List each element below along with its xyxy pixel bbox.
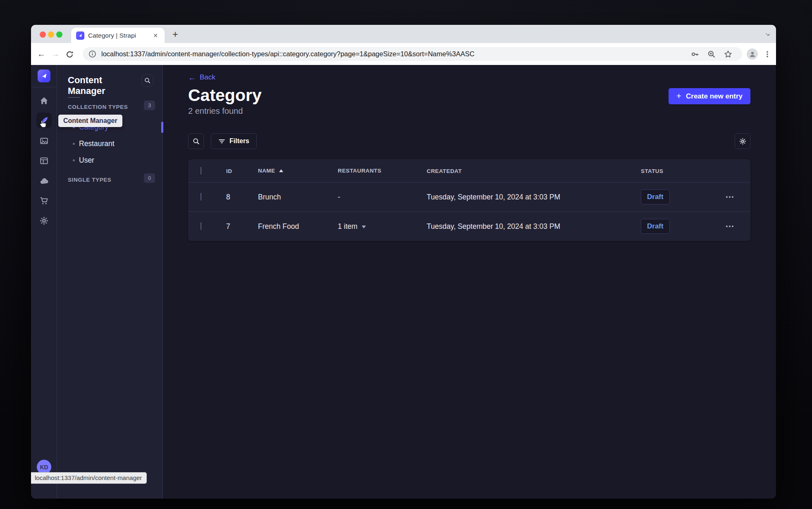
password-key-icon[interactable] (691, 50, 699, 58)
subnav-divider (68, 97, 80, 98)
close-window-button[interactable] (40, 31, 46, 38)
desktop: { "colors": { "brand_primary": "#4945ff"… (0, 0, 812, 509)
gear-icon (739, 138, 746, 145)
collection-nav-label: Restaurant (79, 139, 115, 148)
strapi-logo[interactable] (38, 70, 50, 82)
filter-icon (218, 138, 225, 145)
cell-restaurants: 1 item (338, 222, 358, 231)
collection-nav-item[interactable]: Restaurant (57, 135, 162, 152)
cursor-hand-icon (38, 120, 48, 130)
cart-icon (40, 197, 48, 205)
nav-tooltip: Content Manager (58, 115, 122, 127)
rail-item-home[interactable] (36, 93, 52, 108)
browser-profile-icon[interactable] (747, 48, 758, 60)
cell-name: Brunch (258, 193, 281, 202)
filters-label: Filters (229, 137, 249, 145)
url-text: localhost:1337/admin/content-manager/col… (101, 50, 691, 58)
cell-id: 7 (226, 222, 230, 230)
rail-item-marketplace[interactable] (36, 173, 52, 189)
tab-close-icon[interactable]: ✕ (151, 31, 160, 40)
status-badge: Draft (641, 190, 670, 204)
search-icon (144, 77, 150, 84)
rail-item-settings[interactable] (36, 213, 52, 228)
collection-nav-label: User (79, 156, 94, 165)
forward-button[interactable]: → (48, 49, 62, 59)
strapi-app: KD Content Manager COLLECTION TYPES 3 Ca… (31, 65, 776, 499)
content-type-builder-icon (40, 156, 48, 165)
single-types-count-badge: 0 (144, 173, 155, 183)
list-search-button[interactable] (188, 133, 204, 149)
cloud-icon (40, 177, 49, 186)
content-manager-subnav: Content Manager COLLECTION TYPES 3 Categ… (57, 65, 163, 499)
subnav-title: Content Manager (68, 75, 138, 96)
media-library-icon (40, 137, 48, 145)
collection-nav-item[interactable]: User (57, 152, 162, 168)
table-header-row: ID NAME RESTAURANTS CREATEDAT STATUS (188, 159, 750, 182)
column-header-restaurants: RESTAURANTS (338, 168, 381, 174)
site-info-icon[interactable] (88, 50, 96, 58)
browser-menu-icon[interactable] (764, 50, 771, 58)
minimize-window-button[interactable] (48, 31, 54, 38)
row-more-button[interactable] (724, 223, 736, 230)
rail-item-media-library[interactable] (36, 133, 52, 149)
main-content: ← Back Category 2 entries found + Create… (163, 65, 776, 499)
back-link[interactable]: ← Back (188, 73, 215, 82)
search-icon (193, 138, 200, 145)
items-caret-icon[interactable] (362, 226, 366, 228)
subnav-search-button[interactable] (141, 74, 153, 86)
status-badge: Draft (641, 219, 670, 234)
entries-table: ID NAME RESTAURANTS CREATEDAT STATUS 8 B… (188, 159, 750, 241)
nav-rail: KD (31, 65, 57, 499)
new-tab-button[interactable]: + (169, 29, 182, 40)
tab-search-chevron-icon[interactable] (765, 32, 770, 35)
link-preview-bubble: localhost:1337/admin/content-manager (31, 472, 147, 484)
gear-icon (40, 216, 48, 225)
plus-icon: + (676, 91, 681, 100)
column-header-status: STATUS (641, 168, 663, 174)
row-more-button[interactable] (724, 194, 736, 200)
filters-button[interactable]: Filters (211, 133, 257, 149)
single-types-label: SINGLE TYPES (68, 177, 111, 183)
select-all-checkbox[interactable] (201, 167, 201, 175)
cell-createdat: Tuesday, September 10, 2024 at 3:03 PM (427, 193, 560, 201)
fullscreen-window-button[interactable] (56, 31, 62, 38)
browser-window: Category | Strapi ✕ + ← → localhost:1337… (31, 25, 776, 499)
collection-types-label: COLLECTION TYPES (68, 104, 128, 110)
bullet-icon (73, 159, 75, 161)
address-bar[interactable]: localhost:1337/admin/content-manager/col… (83, 47, 742, 61)
back-button[interactable]: ← (34, 49, 48, 59)
table-row[interactable]: 8 Brunch - Tuesday, September 10, 2024 a… (188, 182, 750, 211)
row-checkbox[interactable] (201, 193, 201, 201)
browser-toolbar: ← → localhost:1337/admin/content-manager… (31, 43, 776, 65)
reload-button[interactable] (62, 49, 76, 59)
bullet-icon (73, 143, 75, 145)
rail-divider (31, 87, 57, 87)
bookmark-star-icon[interactable] (724, 50, 732, 58)
table-row[interactable]: 7 French Food 1 item Tuesday, September … (188, 211, 750, 241)
page-title: Category (188, 86, 262, 105)
cell-id: 8 (226, 193, 230, 201)
tab-title: Category | Strapi (88, 32, 151, 39)
create-new-entry-button[interactable]: + Create new entry (669, 88, 750, 104)
strapi-favicon-icon (76, 31, 84, 40)
table-body: 8 Brunch - Tuesday, September 10, 2024 a… (188, 182, 750, 241)
column-header-name[interactable]: NAME (258, 168, 275, 174)
column-header-id[interactable]: ID (226, 168, 232, 174)
cell-name: French Food (258, 222, 299, 231)
tab-strip: Category | Strapi ✕ + (31, 25, 776, 43)
browser-tab[interactable]: Category | Strapi ✕ (71, 28, 165, 43)
cell-restaurants: - (338, 193, 340, 202)
column-header-createdat[interactable]: CREATEDAT (427, 168, 462, 174)
sort-asc-icon (279, 169, 283, 172)
zoom-icon[interactable] (707, 50, 716, 58)
entries-count: 2 entries found (188, 106, 243, 116)
home-icon (40, 96, 48, 105)
back-arrow-icon: ← (188, 74, 196, 82)
rail-item-purchases[interactable] (36, 193, 52, 209)
create-button-label: Create new entry (686, 92, 743, 101)
collection-types-count-badge: 3 (144, 101, 155, 110)
row-checkbox[interactable] (201, 222, 201, 230)
rail-item-content-type-builder[interactable] (36, 153, 52, 168)
view-settings-button[interactable] (735, 133, 750, 149)
back-label: Back (200, 73, 215, 82)
